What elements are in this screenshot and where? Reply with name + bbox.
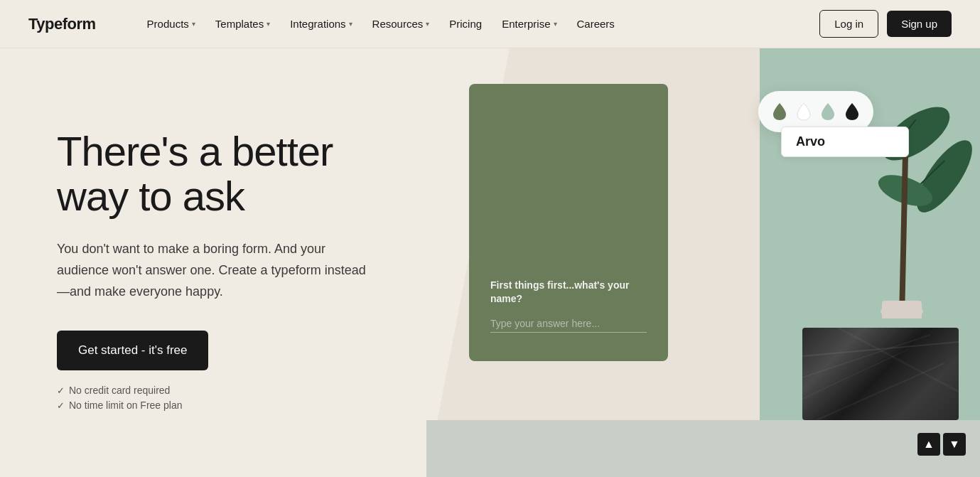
cta-button[interactable]: Get started - it's free: [57, 331, 208, 370]
perks-list: ✓ No credit card required ✓ No time limi…: [57, 385, 398, 411]
svg-line-2: [817, 363, 944, 420]
nav-item-resources[interactable]: Resources ▾: [364, 12, 438, 36]
font-selector-label[interactable]: Arvo: [781, 127, 909, 157]
hero-right-panel: First things first...what's your name? T…: [426, 48, 980, 477]
nav-products-label: Products: [147, 18, 189, 30]
svg-line-1: [802, 335, 930, 377]
login-button[interactable]: Log in: [819, 10, 878, 38]
svg-rect-12: [882, 301, 922, 318]
room-floor: [426, 420, 980, 477]
color-swatch-olive[interactable]: [770, 100, 790, 124]
nav-item-pricing[interactable]: Pricing: [441, 12, 490, 36]
hero-title: There's a better way to ask: [57, 129, 398, 220]
navbar: Typeform Products ▾ Templates ▾ Integrat…: [0, 0, 980, 48]
form-preview-card: First things first...what's your name? T…: [469, 84, 668, 361]
nav-item-enterprise[interactable]: Enterprise ▾: [493, 12, 565, 36]
nav-templates-label: Templates: [215, 18, 264, 30]
color-swatch-white[interactable]: [794, 100, 814, 124]
perk-item-2: ✓ No time limit on Free plan: [57, 400, 398, 411]
main-content: There's a better way to ask You don't wa…: [0, 0, 980, 477]
nav-integrations-label: Integrations: [290, 18, 345, 30]
perk-label-1: No credit card required: [69, 385, 170, 396]
nav-resources-label: Resources: [372, 18, 424, 30]
nav-item-products[interactable]: Products ▾: [139, 12, 204, 36]
chevron-down-icon: ▾: [266, 20, 270, 28]
plant-svg: [774, 48, 973, 318]
nav-careers-label: Careers: [577, 18, 615, 30]
nav-item-integrations[interactable]: Integrations ▾: [281, 12, 360, 36]
form-question-text: First things first...what's your name?: [490, 279, 647, 306]
svg-line-0: [802, 342, 959, 356]
checkmark-icon: ✓: [57, 400, 65, 411]
marble-texture: [802, 328, 959, 420]
color-swatch-mint[interactable]: [818, 100, 838, 124]
chevron-down-icon: ▾: [349, 20, 352, 28]
nav-pricing-label: Pricing: [449, 18, 482, 30]
marble-cabinet: [802, 328, 959, 420]
form-nav-arrows: ▲ ▼: [917, 433, 966, 456]
chevron-down-icon: ▾: [554, 20, 557, 28]
color-swatch-black[interactable]: [842, 100, 862, 124]
perk-label-2: No time limit on Free plan: [69, 400, 183, 411]
chevron-down-icon: ▾: [426, 20, 429, 28]
nav-item-careers[interactable]: Careers: [569, 12, 623, 36]
hero-subtitle: You don't want to make a boring form. An…: [57, 239, 370, 302]
nav-actions: Log in Sign up: [819, 10, 952, 38]
hero-left-panel: There's a better way to ask You don't wa…: [0, 48, 426, 477]
svg-line-10: [902, 155, 905, 318]
nav-links: Products ▾ Templates ▾ Integrations ▾ Re…: [139, 12, 820, 36]
nav-item-templates[interactable]: Templates ▾: [207, 12, 279, 36]
form-answer-placeholder[interactable]: Type your answer here...: [490, 318, 647, 333]
nav-arrow-down[interactable]: ▼: [943, 433, 966, 456]
plant-decoration: [774, 48, 973, 321]
perk-item-1: ✓ No credit card required: [57, 385, 398, 396]
signup-button[interactable]: Sign up: [887, 11, 952, 37]
logo[interactable]: Typeform: [28, 15, 96, 33]
chevron-down-icon: ▾: [192, 20, 195, 28]
nav-enterprise-label: Enterprise: [502, 18, 550, 30]
nav-arrow-up[interactable]: ▲: [917, 433, 940, 456]
checkmark-icon: ✓: [57, 385, 65, 396]
